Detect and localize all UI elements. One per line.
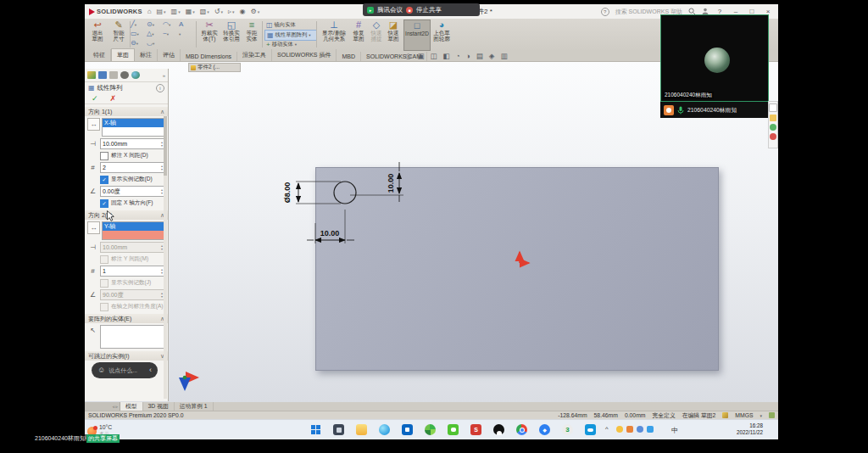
exit-sketch-button[interactable]: ↩ 退出草图 — [86, 20, 108, 49]
direction2-count-field[interactable]: 1 ▴▾ — [100, 266, 165, 277]
dimension-horizontal[interactable]: 10.00 — [315, 229, 344, 238]
task-pane-strip[interactable] — [768, 101, 778, 148]
print-icon[interactable]: ▧▾ — [200, 8, 209, 15]
tray-app4-icon[interactable] — [647, 426, 654, 433]
help-circle-icon[interactable]: ? — [601, 8, 609, 16]
taskpane-green-icon[interactable] — [770, 124, 776, 131]
start-button[interactable] — [309, 423, 322, 436]
rectangle-tool-icon[interactable]: ▭▾ — [131, 30, 147, 39]
cancel-button[interactable]: ✗ — [110, 94, 117, 103]
tab-annotation[interactable]: 标注 — [135, 49, 158, 61]
direction2-header[interactable]: 方向 2(2)∧ — [85, 210, 168, 220]
edge-browser-icon[interactable] — [378, 423, 391, 436]
participant-row[interactable]: 2106040240林雨知 — [660, 102, 769, 118]
file-explorer-icon[interactable] — [355, 423, 368, 436]
solidworks-taskbar-icon[interactable]: S — [470, 423, 482, 436]
panel-tabs-overflow-icon[interactable]: » — [163, 73, 165, 78]
home-icon[interactable]: ⌂ — [147, 8, 152, 15]
view-orientation-icon[interactable]: ◧ — [442, 52, 449, 60]
zoom-fit-icon[interactable]: ◎ — [405, 52, 411, 60]
zoom-area-icon[interactable]: ▣ — [417, 52, 424, 60]
tag-icon[interactable] — [769, 412, 775, 418]
direction1-angle-field[interactable]: 0.00度 ▴▾ — [100, 186, 165, 197]
clock[interactable]: 16:28 2022/11/22 — [737, 422, 763, 436]
polygon-tool-icon[interactable]: △▾ — [147, 30, 163, 39]
meeting-video-tile[interactable]: 2106040240林雨知 — [660, 14, 769, 102]
wechat-icon[interactable] — [447, 423, 459, 436]
select-icon[interactable]: ▹▾ — [228, 8, 235, 15]
meeting-chat-pill[interactable]: ☺ 说点什么... ‹ — [92, 362, 158, 378]
tab-render-tools[interactable]: 渲染工具 — [237, 49, 272, 61]
dim-x-spacing-checkbox[interactable]: 标注 X 间距(D) — [100, 152, 165, 160]
ime-indicator[interactable]: 中 — [671, 426, 678, 435]
fillet-tool-icon[interactable]: ◡▾ — [147, 39, 163, 48]
taskpane-doc-icon[interactable] — [769, 103, 777, 112]
instant2d-button[interactable]: □ Instant2D — [403, 20, 431, 51]
tab-3d-views[interactable]: 3D 视图 — [143, 402, 175, 411]
meeting-share-pill[interactable]: ▸ 腾讯会议 ■ 停止共享 — [363, 3, 480, 16]
configuration-tab-icon[interactable] — [98, 71, 107, 79]
instances-to-skip-header[interactable]: 可跳过的实例(I)∨ — [85, 351, 168, 361]
rebuild-icon[interactable]: ◉ — [240, 8, 246, 15]
document-tab[interactable]: 零件2 (... — [188, 63, 241, 72]
cloud-app-icon[interactable] — [584, 423, 597, 436]
mirror-entities-button[interactable]: ◫ 镜向实体 — [264, 20, 315, 30]
collapse-chat-icon[interactable]: ‹ — [149, 366, 152, 374]
tab-mbd-dimensions[interactable]: MBD Dimensions — [181, 52, 237, 61]
arc-tool-icon[interactable]: ◠▾ — [163, 20, 179, 30]
open-icon[interactable]: ▥▾ — [171, 8, 181, 15]
reverse-direction2-button[interactable]: ↔ — [87, 221, 100, 234]
tab-motion-study[interactable]: 运动算例 1 — [175, 402, 214, 411]
emoji-icon[interactable]: ☺ — [97, 366, 105, 374]
app-3-icon[interactable]: 3 — [561, 423, 574, 436]
ellipse-tool-icon[interactable]: ⊖▾ — [131, 39, 147, 48]
tab-features[interactable]: 特征 — [88, 49, 111, 61]
hide-show-items-icon[interactable]: ◑ — [466, 52, 470, 60]
show-instance-count1-checkbox[interactable]: ✓显示实例记数(D) — [100, 176, 165, 184]
blue-app-icon[interactable]: ◆ — [538, 423, 551, 436]
feature-help-icon[interactable]: i — [156, 84, 164, 92]
display-style-icon[interactable]: ◔ — [456, 52, 460, 60]
dimension-vertical[interactable]: 10.00 — [387, 169, 395, 198]
smart-dimension-button[interactable]: ✎ 智能尺寸 — [108, 20, 129, 49]
display-delete-relations-button[interactable]: ⊥ 显示/删除几何关系 — [319, 20, 349, 49]
spline-tool-icon[interactable]: ~▾ — [163, 30, 179, 39]
text-tool-icon[interactable]: A — [179, 20, 195, 30]
dimension-diameter[interactable]: Ø8.00 — [283, 178, 292, 207]
tab-model[interactable]: 模型 — [120, 402, 143, 411]
line-tool-icon[interactable]: ╱▾ — [131, 20, 147, 30]
shaded-sketch-contours-button[interactable]: ◕ 上色草图轮廓 — [431, 20, 453, 49]
tab-evaluate[interactable]: 评估 — [158, 49, 181, 61]
qq-icon[interactable] — [492, 423, 505, 436]
point-tool-icon[interactable]: ▾ — [179, 30, 195, 39]
entities-selection-list[interactable] — [100, 325, 165, 349]
pinwheel-app-icon[interactable] — [424, 423, 437, 436]
view-settings-icon[interactable]: ▥ — [500, 52, 507, 60]
repair-sketch-button[interactable]: # 修复草图 — [349, 20, 368, 49]
new-document-icon[interactable]: ▤▾ — [157, 8, 166, 15]
ok-button[interactable]: ✓ — [92, 94, 98, 103]
section-view-icon[interactable]: ◫ — [430, 52, 437, 60]
tree-tab-icon[interactable] — [109, 71, 118, 79]
tray-chevron-icon[interactable]: ^ — [605, 425, 609, 433]
units-selector[interactable]: MMGS — [735, 412, 753, 418]
direction2-axis-box[interactable]: Y-轴 — [102, 221, 165, 240]
direction1-spacing-field[interactable]: 10.00mm ▴▾ — [100, 138, 165, 149]
direction1-header[interactable]: 方向 1(1)∧ — [85, 107, 168, 116]
dimxpert-tab-icon[interactable] — [131, 71, 140, 79]
edit-appearance-icon[interactable]: ▤ — [476, 52, 483, 60]
microsoft-store-icon[interactable] — [401, 423, 414, 436]
entities-to-pattern-header[interactable]: 要阵列的实体(E)∧ — [85, 314, 168, 323]
circle-tool-icon[interactable]: ⊙▾ — [147, 20, 163, 30]
sketch-circle[interactable] — [334, 182, 356, 204]
tab-scroll-buttons[interactable]: ◃ ▹ — [85, 402, 120, 411]
trim-entities-button[interactable]: ✂ 剪裁实体(T) — [198, 20, 220, 49]
stop-share-button[interactable]: 停止共享 — [416, 6, 442, 14]
tray-app2-icon[interactable] — [626, 426, 633, 433]
units-caret-icon[interactable]: ▾ — [760, 413, 762, 418]
taskpane-folder-icon[interactable] — [770, 115, 776, 121]
chrome-icon[interactable] — [515, 423, 528, 436]
reverse-direction1-button[interactable]: ↔ — [87, 118, 100, 131]
direction1-count-field[interactable]: 2 ▴▾ — [100, 162, 165, 173]
quick-sketch-button[interactable]: ◪ 快速草图 — [385, 20, 402, 49]
